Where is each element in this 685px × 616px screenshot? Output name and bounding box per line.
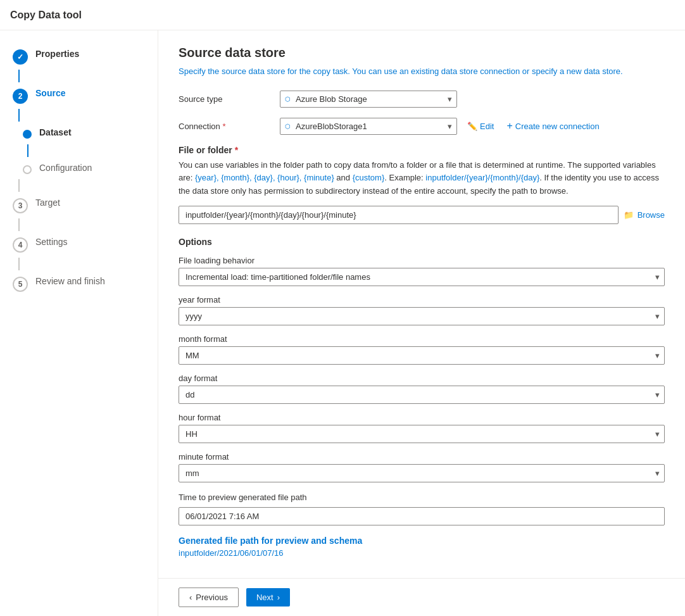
file-folder-required: * [235,145,238,155]
next-button[interactable]: Next › [246,588,290,607]
connection-select-wrapper: ⬡ AzureBlobStorage1 [280,118,457,135]
options-section: Options File loading behavior Incrementa… [179,237,665,558]
month-format-group: month format MM [179,334,665,365]
vars-highlight: {year}, {month}, {day}, {hour}, {minute} [195,173,334,182]
plus-icon: + [506,120,512,132]
connector-2 [18,109,20,122]
file-folder-title: File or folder * [179,145,665,155]
next-chevron-icon: › [277,593,280,602]
step-circle-source: 2 [13,89,28,104]
app-title: Copy Data tool [10,9,82,21]
step-circle-dataset [23,130,32,139]
connector-1 [18,70,20,82]
step-label-target: Target [35,197,60,210]
main-content: Source data store Specify the source dat… [158,30,685,578]
file-loading-group: File loading behavior Incremental load: … [179,256,665,286]
sidebar-item-review[interactable]: 5 Review and finish [0,270,158,297]
file-loading-select[interactable]: Incremental load: time-partitioned folde… [179,268,665,286]
step-label-settings: Settings [35,236,68,249]
hour-format-label: hour format [179,413,665,422]
year-format-label: year format [179,295,665,305]
footer: ‹ Previous Next › [158,578,685,616]
minute-format-select[interactable]: mm [179,464,665,482]
month-format-select[interactable]: MM [179,346,665,365]
sidebar-item-configuration[interactable]: Configuration [0,157,158,180]
edit-label: Edit [480,122,494,131]
day-format-select-wrapper: dd [179,386,665,404]
year-format-select[interactable]: yyyy [179,307,665,325]
day-format-group: day format dd [179,374,665,404]
file-path-row: 📁 Browse [179,206,665,224]
file-folder-section: File or folder * You can use variables i… [179,145,665,224]
file-path-input[interactable] [179,206,619,224]
connector-3 [27,144,28,157]
page-title: Source data store [179,46,665,60]
step-circle-configuration [23,165,32,174]
step-circle-review: 5 [13,277,28,292]
minute-format-label: minute format [179,452,665,462]
source-type-select[interactable]: Azure Blob Storage [280,91,457,108]
step-label-configuration: Configuration [39,162,92,175]
file-folder-description: You can use variables in the folder path… [179,159,665,198]
preview-time-label: Time to preview generated file path [179,493,665,502]
minute-format-select-wrapper: mm [179,464,665,482]
day-format-label: day format [179,374,665,383]
sidebar-item-dataset[interactable]: Dataset [0,122,158,144]
hour-format-select[interactable]: HH [179,425,665,443]
source-type-row: Source type ⬡ Azure Blob Storage [179,91,665,108]
folder-icon: 📁 [624,210,634,220]
year-format-group: year format yyyy [179,295,665,325]
preview-time-input[interactable] [179,507,665,525]
hour-format-select-wrapper: HH [179,425,665,443]
custom-highlight: {custom} [353,173,385,182]
step-circle-properties: ✓ [13,49,28,65]
connection-actions: ✏️ Edit + Create new connection [462,118,605,134]
generated-path-value: inputfolder/2021/06/01/07/16 [179,548,665,558]
step-circle-target: 3 [13,198,28,213]
example-highlight: inputfolder/{year}/{month}/{day} [425,173,539,182]
browse-label: Browse [638,210,665,220]
sidebar-item-source[interactable]: 2 Source [0,82,158,109]
connection-icon: ⬡ [285,123,291,130]
month-format-label: month format [179,334,665,344]
day-format-select[interactable]: dd [179,386,665,404]
main-layout: ✓ Properties 2 Source Dataset Configurat… [0,30,685,616]
source-type-select-wrapper: ⬡ Azure Blob Storage [280,91,457,108]
create-connection-label: Create new connection [515,122,600,131]
year-format-select-wrapper: yyyy [179,307,665,325]
connector-6 [18,258,20,270]
source-type-label: Source type [179,94,280,104]
edit-button[interactable]: ✏️ Edit [462,119,499,134]
sidebar-item-settings[interactable]: 4 Settings [0,231,158,258]
generated-path-section: Generated file path for preview and sche… [179,536,665,558]
generated-path-title: Generated file path for preview and sche… [179,536,665,546]
options-title: Options [179,237,665,247]
file-loading-select-wrapper: Incremental load: time-partitioned folde… [179,268,665,286]
connection-label: Connection * [179,122,280,131]
edit-icon: ✏️ [467,122,477,131]
app-header: Copy Data tool [0,0,685,30]
step-circle-settings: 4 [13,237,28,253]
connection-required: * [222,122,225,131]
connector-4 [18,179,20,192]
sidebar-item-target[interactable]: 3 Target [0,192,158,218]
month-format-select-wrapper: MM [179,346,665,365]
prev-chevron-icon: ‹ [189,593,192,602]
sidebar-item-properties[interactable]: ✓ Properties [0,43,158,70]
step-label-source: Source [35,87,65,100]
page-description: Specify the source data store for the co… [179,65,665,78]
browse-button[interactable]: 📁 Browse [624,210,665,220]
preview-section: Time to preview generated file path [179,493,665,525]
hour-format-group: hour format HH [179,413,665,443]
step-label-dataset: Dataset [39,127,72,139]
next-label: Next [256,593,273,602]
connection-select[interactable]: AzureBlobStorage1 [280,118,457,135]
source-type-icon: ⬡ [285,96,291,103]
sidebar: ✓ Properties 2 Source Dataset Configurat… [0,30,158,616]
create-connection-button[interactable]: + Create new connection [501,118,604,134]
minute-format-group: minute format mm [179,452,665,482]
step-label-review: Review and finish [35,275,105,288]
previous-button[interactable]: ‹ Previous [179,588,239,607]
connector-5 [18,218,20,231]
file-loading-label: File loading behavior [179,256,665,265]
